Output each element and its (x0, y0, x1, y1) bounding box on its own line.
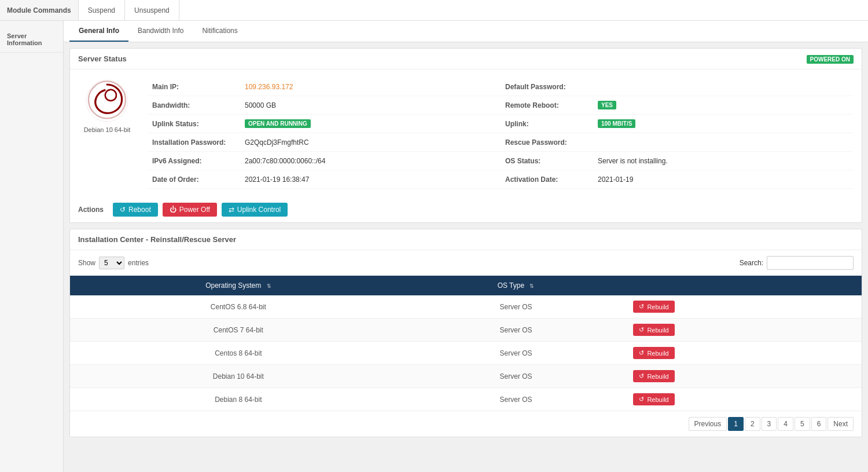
powered-on-badge: POWERED ON (807, 55, 854, 64)
info-row-uplink: Uplink: 100 MBIT/S (501, 115, 854, 133)
table-row: CentOS 6.8 64-bit Server OS ↺ Rebuild (70, 295, 862, 319)
col-os-sort-icon: ⇅ (267, 283, 271, 289)
os-cell: Centos 8 64-bit (70, 342, 407, 365)
table-controls: Show 5 10 25 entries Search: (70, 250, 862, 276)
rebuild-button[interactable]: ↺ Rebuild (633, 301, 674, 313)
action-cell: ↺ Rebuild (625, 342, 862, 365)
uplink-control-icon: ⇄ (229, 206, 234, 214)
unsuspend-tab[interactable]: Unsuspend (125, 0, 179, 20)
col-os-label: Operating System (205, 281, 261, 290)
page-1-button[interactable]: 1 (728, 417, 744, 431)
rebuild-button[interactable]: ↺ Rebuild (633, 370, 674, 382)
page-6-button[interactable]: 6 (811, 417, 827, 431)
os-cell: Debian 10 64-bit (70, 365, 407, 388)
search-input[interactable] (767, 256, 854, 270)
table-row: CentOS 7 64-bit Server OS ↺ Rebuild (70, 319, 862, 342)
rebuild-icon: ↺ (639, 326, 644, 334)
action-cell: ↺ Rebuild (625, 388, 862, 411)
info-col-left: Main IP: 109.236.93.172 Bandwidth: 50000… (148, 78, 501, 189)
info-row-ipv6: IPv6 Assigned: 2a00:7c80:0000:0060::/64 (148, 152, 501, 170)
table-row: Debian 10 64-bit Server OS ↺ Rebuild (70, 365, 862, 388)
page-2-button[interactable]: 2 (745, 417, 760, 431)
rebuild-icon: ↺ (639, 396, 644, 403)
entries-label: entries (128, 259, 149, 267)
remote-reboot-label: Remote Reboot: (505, 101, 598, 109)
date-of-order-value: 2021-01-19 16:38:47 (245, 175, 309, 184)
power-off-button[interactable]: ⏻ Power Off (163, 203, 217, 217)
show-entries-control: Show 5 10 25 entries (78, 257, 149, 269)
type-cell: Server OS (407, 388, 626, 411)
type-cell: Server OS (407, 295, 626, 319)
server-status-section: Server Status POWERED ON (69, 48, 862, 223)
info-row-rescue-password: Rescue Password: (501, 133, 854, 152)
page-5-button[interactable]: 5 (795, 417, 810, 431)
suspend-tab[interactable]: Suspend (79, 0, 125, 20)
prev-page-button[interactable]: Previous (689, 417, 727, 431)
action-cell: ↺ Rebuild (625, 365, 862, 388)
next-page-button[interactable]: Next (827, 417, 854, 431)
os-cell: CentOS 7 64-bit (70, 319, 407, 342)
date-of-order-label: Date of Order: (152, 175, 245, 184)
power-off-label: Power Off (179, 206, 210, 214)
uplink-status-label: Uplink Status: (152, 120, 245, 128)
action-cell: ↺ Rebuild (625, 319, 862, 342)
server-status-title: Server Status (70, 49, 862, 69)
tab-bandwidth-info[interactable]: Bandwidth Info (128, 21, 193, 42)
main-tabs: General Info Bandwidth Info Nitification… (64, 21, 868, 42)
tab-general-info[interactable]: General Info (69, 21, 128, 42)
os-table: Operating System ⇅ OS Type ⇅ CentOS 6.8 … (70, 276, 862, 411)
rebuild-button[interactable]: ↺ Rebuild (633, 393, 674, 405)
rebuild-icon: ↺ (639, 349, 644, 357)
main-ip-label: Main IP: (152, 83, 245, 91)
col-type-header[interactable]: OS Type ⇅ (407, 276, 626, 295)
installation-center-title: Installation Center - Reinstall/Rescue S… (70, 229, 862, 250)
rebuild-button[interactable]: ↺ Rebuild (633, 347, 674, 359)
entries-select[interactable]: 5 10 25 (99, 257, 124, 269)
uplink-control-label: Uplink Control (237, 206, 281, 214)
install-password-value: G2QqcDj3FmgfhtRC (245, 138, 309, 147)
info-row-remote-reboot: Remote Reboot: YES (501, 96, 854, 115)
os-cell: CentOS 6.8 64-bit (70, 295, 407, 319)
col-type-label: OS Type (498, 281, 524, 290)
reboot-button[interactable]: ↺ Reboot (113, 203, 158, 217)
main-ip-value[interactable]: 109.236.93.172 (245, 83, 293, 91)
install-password-label: Installation Password: (152, 138, 245, 147)
uplink-status-badge: OPEN AND RUNNING (245, 119, 311, 128)
sidebar-item-server-information[interactable]: Server Information (0, 27, 63, 53)
actions-row: Actions ↺ Reboot ⏻ Power Off ⇄ Uplink Co… (70, 197, 862, 222)
info-row-uplink-status: Uplink Status: OPEN AND RUNNING (148, 115, 501, 133)
page-3-button[interactable]: 3 (762, 417, 777, 431)
debian-logo-icon (84, 78, 130, 124)
server-info-grid: Main IP: 109.236.93.172 Bandwidth: 50000… (148, 78, 854, 189)
ipv6-value: 2a00:7c80:0000:0060::/64 (245, 157, 325, 165)
uplink-control-button[interactable]: ⇄ Uplink Control (222, 203, 288, 217)
col-os-header[interactable]: Operating System ⇅ (70, 276, 407, 295)
type-cell: Server OS (407, 365, 626, 388)
info-row-default-password: Default Password: (501, 78, 854, 96)
power-off-icon: ⏻ (170, 206, 176, 214)
reboot-icon: ↺ (120, 206, 126, 214)
server-logo-label: Debian 10 64-bit (84, 126, 131, 133)
table-row: Centos 8 64-bit Server OS ↺ Rebuild (70, 342, 862, 365)
os-status-label: OS Status: (505, 157, 598, 165)
actions-label: Actions (78, 206, 104, 214)
table-row: Debian 8 64-bit Server OS ↺ Rebuild (70, 388, 862, 411)
reboot-label: Reboot (128, 206, 151, 214)
info-row-main-ip: Main IP: 109.236.93.172 (148, 78, 501, 96)
uplink-badge: 100 MBIT/S (598, 119, 635, 128)
search-box: Search: (740, 256, 854, 270)
info-row-os-status: OS Status: Server is not installing. (501, 152, 854, 170)
tab-notifications[interactable]: Nitifications (193, 21, 247, 42)
rebuild-button[interactable]: ↺ Rebuild (633, 324, 674, 336)
rebuild-icon: ↺ (639, 303, 644, 310)
module-commands-label: Module Commands (0, 0, 79, 20)
bandwidth-label: Bandwidth: (152, 101, 245, 109)
os-status-value: Server is not installing. (598, 157, 668, 165)
type-cell: Server OS (407, 342, 626, 365)
default-password-label: Default Password: (505, 83, 598, 91)
rescue-password-label: Rescue Password: (505, 138, 598, 147)
page-4-button[interactable]: 4 (778, 417, 793, 431)
info-row-bandwidth: Bandwidth: 50000 GB (148, 96, 501, 115)
info-col-right: Default Password: Remote Reboot: YES Upl… (501, 78, 854, 189)
activation-date-value: 2021-01-19 (598, 175, 633, 184)
